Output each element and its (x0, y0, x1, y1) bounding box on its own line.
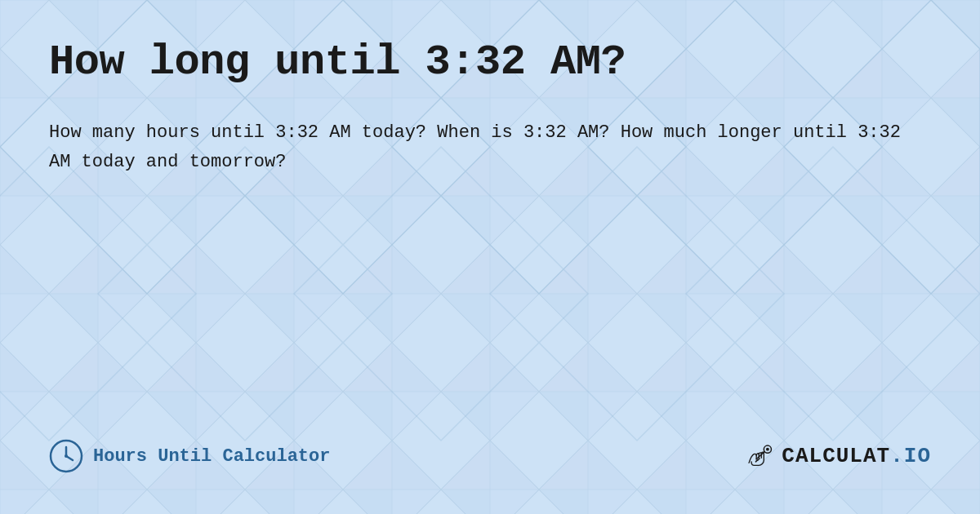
footer-logo: CALCULAT.IO (744, 441, 931, 472)
footer-brand: Hours Until Calculator (49, 439, 330, 473)
clock-icon (49, 439, 83, 473)
svg-point-22 (65, 454, 68, 458)
key-hand-icon (744, 441, 775, 472)
page-description: How many hours until 3:32 AM today? When… (49, 118, 931, 178)
svg-point-27 (766, 448, 769, 451)
footer: Hours Until Calculator CALCULAT.IO (49, 439, 931, 481)
page-title: How long until 3:32 AM? (49, 39, 931, 86)
footer-brand-label: Hours Until Calculator (93, 446, 330, 467)
logo-text: CALCULAT.IO (782, 444, 931, 468)
logo-text-accent: .IO (890, 444, 931, 468)
svg-line-26 (756, 460, 758, 462)
